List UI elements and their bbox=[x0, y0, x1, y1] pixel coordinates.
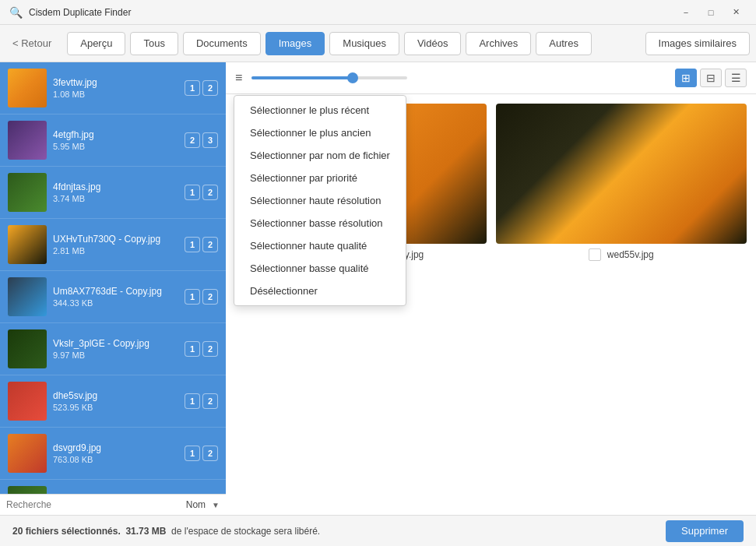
file-name: Vkslr_3plGE - Copy.jpg bbox=[53, 338, 178, 349]
file-list-item[interactable]: Um8AX7763dE - Copy.jpg 344.33 KB 12 bbox=[0, 271, 226, 323]
tab-tous[interactable]: Tous bbox=[130, 32, 178, 55]
view-list-button[interactable]: ☰ bbox=[725, 69, 747, 87]
file-list-item[interactable]: Vkslr_3plGE - Copy.jpg 9.97 MB 12 bbox=[0, 323, 226, 375]
tab-apercu[interactable]: Aperçu bbox=[67, 32, 125, 55]
tab-documents[interactable]: Documents bbox=[183, 32, 261, 55]
view-split-button[interactable]: ⊟ bbox=[700, 69, 722, 87]
search-input[interactable] bbox=[6, 499, 180, 510]
file-info: dsvgrd9.jpg 763.08 KB bbox=[53, 442, 178, 464]
slider-thumb bbox=[347, 72, 358, 83]
file-list: 3fevttw.jpg 1.08 MB 12 4etgfh.jpg 5.95 M… bbox=[0, 62, 226, 494]
dropdown-menu-item[interactable]: Désélectionner bbox=[234, 280, 406, 302]
file-info: UXHvTuh730Q - Copy.jpg 2.81 MB bbox=[53, 234, 178, 255]
main-content: 3fevttw.jpg 1.08 MB 12 4etgfh.jpg 5.95 M… bbox=[0, 62, 756, 515]
image-label-row: wed55v.jpg bbox=[496, 248, 747, 261]
file-badges: 12 bbox=[185, 393, 218, 409]
file-list-item[interactable]: 4etgfh.jpg 5.95 MB 23 bbox=[0, 114, 226, 167]
slider-fill bbox=[251, 76, 353, 79]
file-badges: 12 bbox=[185, 237, 218, 252]
toolbar: ≡ ⊞ ⊟ ☰ bbox=[226, 62, 756, 94]
window-controls: − □ ✕ bbox=[675, 5, 747, 20]
file-thumbnail bbox=[8, 329, 47, 368]
file-list-item[interactable]: 3fevttw.jpg 1.08 MB 12 bbox=[0, 62, 226, 114]
badge: 1 bbox=[185, 289, 200, 305]
freed-size: 31.73 MB bbox=[125, 526, 166, 537]
app-title: Cisdem Duplicate Finder bbox=[29, 7, 131, 18]
file-info: 4fdnjtas.jpg 3.74 MB bbox=[53, 181, 178, 203]
file-thumbnail bbox=[8, 277, 47, 316]
file-info: Um8AX7763dE - Copy.jpg 344.33 KB bbox=[53, 286, 178, 308]
badge: 1 bbox=[185, 80, 200, 96]
file-list-item[interactable]: UXHvTuh730Q - Copy.jpg 2.81 MB 12 bbox=[0, 219, 226, 271]
image-cell: wed55v.jpg bbox=[496, 104, 747, 261]
file-name: dhe5sv.jpg bbox=[53, 390, 178, 401]
dropdown-menu-item[interactable]: Sélectionner haute qualité bbox=[234, 234, 406, 257]
badge: 3 bbox=[202, 132, 218, 148]
image-checkbox[interactable] bbox=[589, 248, 601, 261]
file-size: 1.08 MB bbox=[53, 90, 178, 99]
badge: 2 bbox=[202, 185, 218, 200]
badge: 1 bbox=[185, 185, 200, 200]
right-panel: ≡ ⊞ ⊟ ☰ Sélectionner le plus récentSélec… bbox=[226, 62, 756, 515]
file-size: 2.81 MB bbox=[53, 246, 178, 255]
dropdown-menu-item[interactable]: Sélectionner le plus ancien bbox=[234, 122, 406, 144]
zoom-slider[interactable] bbox=[251, 76, 407, 79]
file-thumbnail bbox=[8, 173, 47, 212]
file-info: 3fevttw.jpg 1.08 MB bbox=[53, 77, 178, 99]
file-list-item[interactable]: dsvgrd9.jpg 763.08 KB 12 bbox=[0, 428, 226, 480]
file-list-item[interactable]: efvy63.jpg 6.79 MB 12 bbox=[0, 480, 226, 494]
maximize-button[interactable]: □ bbox=[700, 5, 722, 20]
file-size: 523.95 KB bbox=[53, 403, 178, 412]
file-size: 763.08 KB bbox=[53, 455, 178, 464]
badge: 2 bbox=[185, 132, 200, 148]
dropdown-menu-item[interactable]: Sélectionner par nom de fichier bbox=[234, 144, 406, 167]
file-name: Um8AX7763dE - Copy.jpg bbox=[53, 286, 178, 297]
badge: 1 bbox=[185, 341, 200, 357]
badge: 2 bbox=[202, 289, 218, 305]
file-thumbnail bbox=[8, 69, 47, 107]
file-list-item[interactable]: dhe5sv.jpg 523.95 KB 12 bbox=[0, 375, 226, 428]
file-name: 4etgfh.jpg bbox=[53, 129, 178, 140]
tab-images[interactable]: Images bbox=[265, 32, 325, 55]
app-icon: 🔍 bbox=[9, 6, 23, 19]
file-thumbnail bbox=[8, 434, 47, 473]
dropdown-menu-item[interactable]: Sélectionner par priorité bbox=[234, 167, 406, 189]
badge: 2 bbox=[202, 80, 218, 96]
tab-musiques[interactable]: Musiques bbox=[329, 32, 399, 55]
file-list-item[interactable]: 4fdnjtas.jpg 3.74 MB 12 bbox=[0, 167, 226, 219]
back-button[interactable]: < Retour bbox=[6, 34, 58, 52]
file-badges: 12 bbox=[185, 446, 218, 461]
file-badges: 23 bbox=[185, 132, 218, 148]
file-name: 3fevttw.jpg bbox=[53, 77, 178, 88]
file-badges: 12 bbox=[185, 289, 218, 305]
sort-filter-icon[interactable]: ≡ bbox=[235, 71, 242, 85]
close-button[interactable]: ✕ bbox=[725, 5, 747, 20]
selected-count: 20 fichiers sélectionnés. bbox=[12, 526, 121, 537]
sort-chevron-icon[interactable]: ▼ bbox=[212, 501, 220, 509]
similar-images-button[interactable]: Images similaires bbox=[645, 32, 750, 55]
file-badges: 12 bbox=[185, 341, 218, 357]
tab-autres[interactable]: Autres bbox=[536, 32, 592, 55]
view-grid-button[interactable]: ⊞ bbox=[675, 69, 697, 87]
dropdown-menu-item[interactable]: Sélectionner basse qualité bbox=[234, 257, 406, 280]
image-preview bbox=[496, 104, 747, 244]
dropdown-menu-item[interactable]: Sélectionner haute résolution bbox=[234, 189, 406, 212]
badge: 1 bbox=[185, 446, 200, 461]
minimize-button[interactable]: − bbox=[675, 5, 697, 20]
file-badges: 12 bbox=[185, 185, 218, 200]
tab-archives[interactable]: Archives bbox=[466, 32, 531, 55]
status-text: 20 fichiers sélectionnés. 31.73 MB de l'… bbox=[12, 526, 320, 537]
tab-videos[interactable]: Vidéos bbox=[404, 32, 462, 55]
left-panel: 3fevttw.jpg 1.08 MB 12 4etgfh.jpg 5.95 M… bbox=[0, 62, 226, 515]
file-size: 5.95 MB bbox=[53, 142, 178, 151]
file-thumbnail bbox=[8, 121, 47, 160]
dropdown-menu-item[interactable]: Sélectionner basse résolution bbox=[234, 212, 406, 234]
file-size: 3.74 MB bbox=[53, 194, 178, 203]
file-badges: 12 bbox=[185, 80, 218, 96]
dropdown-menu-item[interactable]: Sélectionner le plus récent bbox=[234, 99, 406, 122]
file-size: 344.33 KB bbox=[53, 298, 178, 308]
view-toggle: ⊞ ⊟ ☰ bbox=[675, 69, 747, 87]
search-bar: Nom ▼ bbox=[0, 494, 226, 515]
delete-button[interactable]: Supprimer bbox=[666, 520, 744, 542]
badge: 2 bbox=[202, 237, 218, 252]
